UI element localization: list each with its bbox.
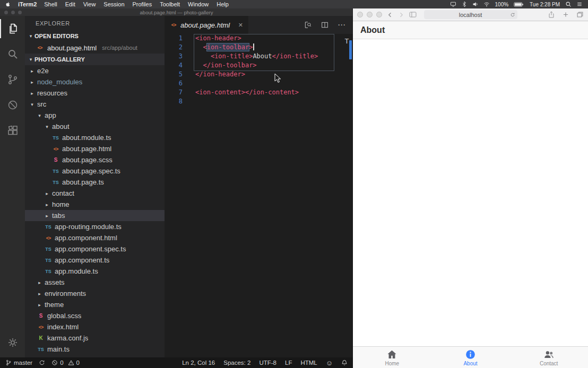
volume-icon[interactable] bbox=[472, 1, 479, 7]
code-line-1[interactable]: 1<ion-header> bbox=[165, 34, 353, 43]
tree-item-about.page.html[interactable]: <>about.page.html bbox=[25, 143, 165, 154]
tree-item-tabs[interactable]: ▸tabs bbox=[25, 210, 165, 221]
html-file-icon: <> bbox=[44, 235, 53, 241]
line-content: <ion-header> bbox=[190, 34, 241, 43]
files-icon[interactable] bbox=[0, 16, 25, 41]
feedback-smiley-icon[interactable]: ☺ bbox=[326, 359, 333, 367]
tree-item-home[interactable]: ▸home bbox=[25, 199, 165, 210]
back-button[interactable] bbox=[387, 12, 393, 18]
notification-center-icon[interactable] bbox=[576, 1, 583, 7]
search-icon[interactable] bbox=[0, 41, 25, 67]
code-line-4[interactable]: 4 </ion-toolbar> bbox=[165, 61, 353, 70]
notifications-bell-icon[interactable] bbox=[341, 360, 348, 366]
code-editor[interactable]: 1<ion-header>2 <ion-toolbar>3 <ion-title… bbox=[165, 34, 353, 357]
app-tab-about[interactable]: About bbox=[431, 347, 510, 368]
bluetooth-icon[interactable] bbox=[461, 1, 468, 7]
tree-item-karma.conf.js[interactable]: Kkarma.conf.js bbox=[25, 332, 165, 344]
tree-item-resources[interactable]: ▸resources bbox=[25, 87, 165, 99]
language-mode-indicator[interactable]: HTML bbox=[300, 360, 317, 366]
editor-tab-bar: <> about.page.html ✕ ⋯ bbox=[165, 16, 353, 34]
tree-item-about.page.scss[interactable]: Sabout.page.scss bbox=[25, 154, 165, 165]
tree-item-about.module.ts[interactable]: TSabout.module.ts bbox=[25, 132, 165, 143]
tree-item-main.ts[interactable]: TSmain.ts bbox=[25, 344, 165, 355]
extensions-icon[interactable] bbox=[0, 118, 25, 143]
menubar-app-name[interactable]: iTerm2 bbox=[18, 1, 37, 7]
tree-item-assets[interactable]: ▸assets bbox=[25, 277, 165, 288]
split-editor-icon[interactable] bbox=[321, 21, 329, 29]
apple-menu-icon[interactable] bbox=[5, 1, 11, 7]
tree-item-src[interactable]: ▾src bbox=[25, 99, 165, 110]
tree-item-about.page.spec.ts[interactable]: TSabout.page.spec.ts bbox=[25, 165, 165, 177]
tree-item-app-routing.module.ts[interactable]: TSapp-routing.module.ts bbox=[25, 221, 165, 232]
source-control-icon[interactable] bbox=[0, 67, 25, 92]
tree-item-environments[interactable]: ▸environments bbox=[25, 288, 165, 299]
code-line-2[interactable]: 2 <ion-toolbar> bbox=[165, 43, 353, 52]
problems-indicator[interactable]: 0 0 bbox=[51, 360, 80, 366]
menu-help[interactable]: Help bbox=[217, 1, 229, 7]
open-editor-file-path: src/app/about bbox=[102, 45, 137, 51]
menu-toolbelt[interactable]: Toolbelt bbox=[160, 1, 180, 7]
forward-button[interactable] bbox=[398, 12, 404, 18]
gear-icon[interactable] bbox=[0, 330, 25, 355]
menubar-clock[interactable]: Tue 2:28 PM bbox=[530, 2, 560, 7]
tab-overview-icon[interactable] bbox=[576, 11, 584, 18]
address-bar[interactable]: localhost bbox=[424, 10, 517, 19]
cursor-position-indicator[interactable]: Ln 2, Col 16 bbox=[182, 360, 215, 366]
code-line-6[interactable]: 6 bbox=[165, 79, 353, 88]
ts-file-icon: TS bbox=[44, 247, 53, 252]
window-traffic-lights[interactable] bbox=[357, 12, 382, 17]
tree-item-contact[interactable]: ▸contact bbox=[25, 188, 165, 199]
display-icon[interactable] bbox=[450, 1, 456, 7]
menu-shell[interactable]: Shell bbox=[44, 1, 57, 7]
tree-item-app.component.ts[interactable]: TSapp.component.ts bbox=[25, 255, 165, 266]
minimap-slider[interactable] bbox=[349, 40, 352, 59]
vscode-title-bar[interactable]: about.page.html — photo-gallery bbox=[0, 8, 353, 16]
new-tab-icon[interactable] bbox=[562, 11, 569, 18]
tree-item-label: app.module.ts bbox=[55, 267, 98, 275]
chevron-right-icon: ▸ bbox=[29, 68, 35, 74]
window-traffic-lights[interactable] bbox=[4, 11, 22, 14]
debug-icon[interactable] bbox=[0, 92, 25, 118]
indentation-indicator[interactable]: Spaces: 2 bbox=[223, 360, 250, 366]
share-icon[interactable] bbox=[548, 11, 555, 18]
code-line-5[interactable]: 5</ion-header> bbox=[165, 70, 353, 79]
encoding-indicator[interactable]: UTF-8 bbox=[259, 360, 276, 366]
tree-item-theme[interactable]: ▸theme bbox=[25, 299, 165, 310]
open-editor-item[interactable]: <>about.page.htmlsrc/app/about bbox=[25, 42, 165, 54]
tree-item-app.component.spec.ts[interactable]: TSapp.component.spec.ts bbox=[25, 243, 165, 255]
menu-profiles[interactable]: Profiles bbox=[133, 1, 152, 7]
tree-item-app.module.ts[interactable]: TSapp.module.ts bbox=[25, 266, 165, 277]
tree-item-app[interactable]: ▾app bbox=[25, 110, 165, 121]
more-actions-icon[interactable]: ⋯ bbox=[338, 21, 345, 29]
project-section-header[interactable]: ▾ PHOTO-GALLERY bbox=[25, 54, 165, 65]
spotlight-icon[interactable] bbox=[565, 1, 572, 7]
editor-tab-about-page-html[interactable]: <> about.page.html ✕ bbox=[165, 16, 248, 34]
tree-item-app.component.html[interactable]: <>app.component.html bbox=[25, 232, 165, 243]
menu-edit[interactable]: Edit bbox=[65, 1, 75, 7]
app-tab-contact[interactable]: Contact bbox=[509, 347, 588, 368]
app-tab-label: About bbox=[463, 361, 477, 366]
code-line-7[interactable]: 7<ion-content></ion-content> bbox=[165, 88, 353, 97]
open-preview-icon[interactable] bbox=[304, 21, 312, 29]
wifi-icon[interactable] bbox=[483, 1, 490, 7]
tree-item-label: app.component.spec.ts bbox=[55, 245, 126, 253]
menu-session[interactable]: Session bbox=[103, 1, 124, 7]
tree-item-node_modules[interactable]: ▸node_modules bbox=[25, 76, 165, 87]
sidebar-toggle-icon[interactable] bbox=[409, 11, 417, 18]
tree-item-global.scss[interactable]: Sglobal.scss bbox=[25, 310, 165, 321]
app-tab-home[interactable]: Home bbox=[353, 347, 431, 368]
code-line-3[interactable]: 3 <ion-title>About</ion-title> bbox=[165, 52, 353, 61]
tree-item-about[interactable]: ▾about bbox=[25, 121, 165, 132]
tree-item-e2e[interactable]: ▸e2e bbox=[25, 65, 165, 76]
refresh-icon[interactable] bbox=[510, 12, 515, 17]
code-line-8[interactable]: 8 bbox=[165, 97, 353, 106]
open-editors-section-header[interactable]: ▾ OPEN EDITORS bbox=[25, 30, 165, 42]
menu-window[interactable]: Window bbox=[188, 1, 209, 7]
tree-item-about.page.ts[interactable]: TSabout.page.ts bbox=[25, 177, 165, 188]
menu-view[interactable]: View bbox=[83, 1, 96, 7]
tree-item-index.html[interactable]: <>index.html bbox=[25, 321, 165, 332]
eol-indicator[interactable]: LF bbox=[285, 360, 292, 366]
git-branch-indicator[interactable]: master bbox=[5, 360, 32, 366]
sync-icon[interactable] bbox=[39, 360, 45, 366]
close-tab-icon[interactable]: ✕ bbox=[238, 22, 243, 29]
